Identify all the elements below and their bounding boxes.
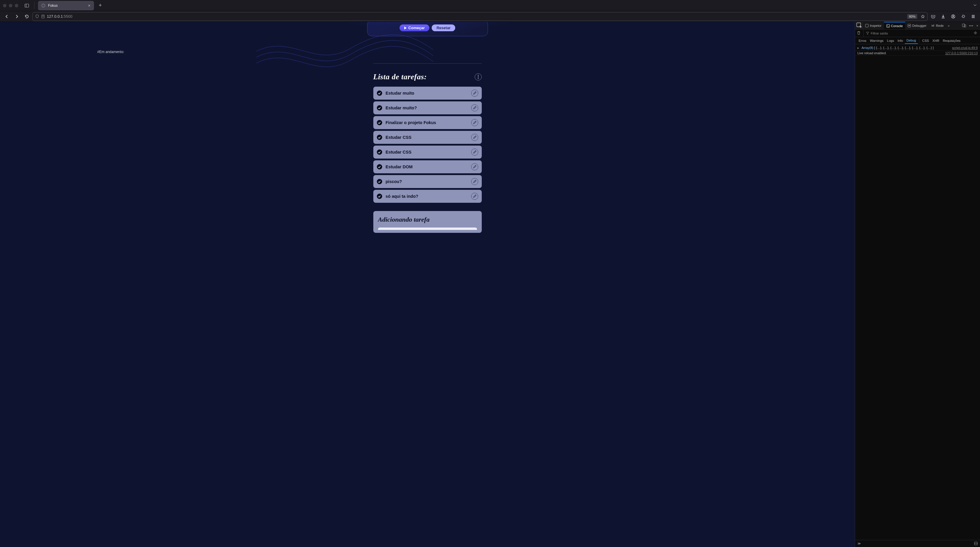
new-tab-button[interactable]: + [96,1,104,10]
console-settings-icon[interactable] [974,31,978,35]
task-item[interactable]: Estudar CSS [373,131,482,144]
tabs-overflow-icon[interactable]: » [946,24,951,27]
divider [373,63,482,64]
task-edit-button[interactable] [471,193,478,200]
console-categories: ErrosWarningsLogsInfoDebugCSSXHRRequisiç… [855,37,980,44]
console-category-debug[interactable]: Debug [905,37,918,44]
page-info-icon[interactable] [41,14,45,19]
clear-console-icon[interactable] [857,31,862,35]
expand-arrow-icon[interactable]: ▸ [858,46,861,50]
address-bar[interactable]: 127.0.0.1:5500 80% [32,12,928,21]
console-filter-input[interactable]: Filtrar saída [863,29,972,37]
task-edit-button[interactable] [471,178,478,185]
add-task-input[interactable] [378,228,477,230]
sidebar-toggle-icon[interactable] [23,2,31,10]
task-complete-button[interactable] [377,135,382,140]
svg-point-7 [477,75,479,76]
status-in-progress-label: #Em andamento: [97,50,855,54]
account-icon[interactable] [949,12,958,21]
tasks-more-button[interactable] [475,73,482,80]
task-complete-button[interactable] [377,120,382,125]
minimize-window-button[interactable] [9,4,13,7]
console-log-line[interactable]: ▸ Array(8) [ {…}, {…}, {…}, {…}, {…}, {…… [855,45,980,51]
svg-point-17 [975,32,976,33]
responsive-mode-icon[interactable] [961,23,967,29]
tab-close-icon[interactable]: × [88,3,91,8]
task-edit-button[interactable] [471,89,478,97]
task-text: Estudar CSS [386,150,468,155]
console-category-erros[interactable]: Erros [857,37,868,44]
tab-console[interactable]: Console [884,22,905,29]
task-complete-button[interactable] [377,179,382,184]
log-source-link[interactable]: 127.0.0.1:5500:210:13 [945,51,978,55]
reset-button[interactable]: Resetar [432,24,455,31]
extensions-icon[interactable] [959,12,967,21]
task-edit-button[interactable] [471,163,478,171]
zoom-badge[interactable]: 80% [907,14,917,19]
console-category-css[interactable]: CSS [921,37,931,44]
task-complete-button[interactable] [377,194,382,199]
divider [34,2,35,9]
task-item[interactable]: Finalizar o projeto Fokus [373,116,482,129]
console-category-requisições[interactable]: Requisições [941,37,963,44]
menu-icon[interactable] [969,12,978,21]
reload-button[interactable] [22,12,31,21]
tasks-heading: Lista de tarefas: [373,72,427,81]
tab-favicon-icon [41,3,46,8]
task-item[interactable]: piscou? [373,175,482,188]
more-vertical-icon [477,75,479,79]
start-button-label: Começar [408,26,425,30]
log-source-link[interactable]: script-crud.js:49:9 [952,46,978,50]
task-item[interactable]: Estudar muito [373,87,482,100]
tab-debugger[interactable]: Debugger [905,22,929,29]
back-button[interactable] [2,12,11,21]
browser-tab[interactable]: Fokus × [38,1,94,10]
svg-rect-12 [886,24,889,27]
task-edit-button[interactable] [471,134,478,141]
task-edit-button[interactable] [471,104,478,112]
reset-button-label: Resetar [436,26,450,30]
console-prompt[interactable]: ≫ [855,540,980,547]
filter-icon [866,32,869,35]
timer-card: Começar Resetar [367,22,488,36]
task-item[interactable]: só aqui ta indo? [373,190,482,203]
forward-button[interactable] [13,12,21,21]
task-edit-button[interactable] [471,148,478,156]
split-console-icon[interactable] [974,542,978,546]
console-category-info[interactable]: Info [896,37,905,44]
devtools-more-icon[interactable]: ••• [969,23,974,28]
svg-point-6 [953,15,954,16]
task-item[interactable]: Estudar muito? [373,101,482,114]
tabs-dropdown-icon[interactable] [973,3,977,8]
task-edit-button[interactable] [471,119,478,126]
task-complete-button[interactable] [377,105,382,110]
console-log-line: Live reload enabled. 127.0.0.1:5500:210:… [855,51,980,56]
url-text: 127.0.0.1:5500 [47,14,73,19]
task-complete-button[interactable] [377,91,382,96]
downloads-icon[interactable] [939,12,948,21]
task-complete-button[interactable] [377,164,382,169]
task-complete-button[interactable] [377,150,382,155]
task-item[interactable]: Estudar DOM [373,160,482,173]
console-category-xhr[interactable]: XHR [931,37,941,44]
pocket-icon[interactable] [929,12,937,21]
element-picker-icon[interactable] [856,22,863,29]
close-window-button[interactable] [3,4,6,7]
devtools-panel: Inspetor Console Debugger Rede » ••• × F… [855,22,980,547]
page-viewport[interactable]: Começar Resetar #Em andamento: Lista de … [0,22,855,547]
maximize-window-button[interactable] [15,4,18,7]
svg-rect-0 [25,4,29,7]
play-icon [404,27,407,29]
start-button[interactable]: Começar [399,24,430,31]
tab-network[interactable]: Rede [929,22,946,29]
task-item[interactable]: Estudar CSS [373,145,482,159]
devtools-close-icon[interactable]: × [976,23,979,28]
window-titlebar: Fokus × + [0,0,980,11]
task-text: Finalizar o projeto Fokus [386,120,468,125]
console-category-logs[interactable]: Logs [885,37,896,44]
devtools-tabs: Inspetor Console Debugger Rede » ••• × [855,22,980,29]
tab-title: Fokus [48,3,85,8]
bookmark-star-icon[interactable] [921,14,925,19]
console-category-warnings[interactable]: Warnings [868,37,885,44]
tab-inspector[interactable]: Inspetor [863,22,884,29]
